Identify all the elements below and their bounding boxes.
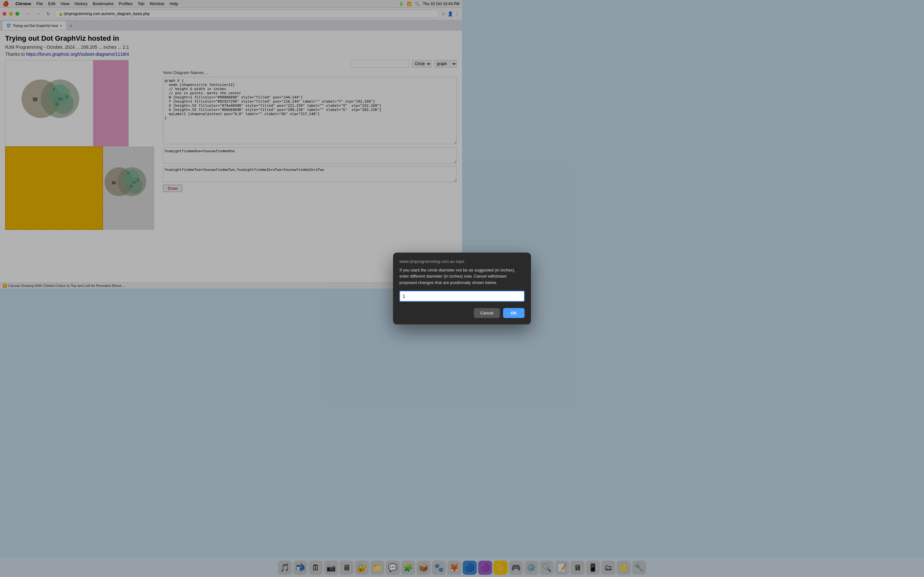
- dialog-site: www.rjmprogramming.com.au says: [399, 259, 462, 264]
- dialog-message: If you want the circle diameter not be a…: [399, 267, 462, 286]
- dialog-overlay: www.rjmprogramming.com.au says If you wa…: [0, 0, 462, 288]
- dialog: www.rjmprogramming.com.au says If you wa…: [393, 253, 462, 288]
